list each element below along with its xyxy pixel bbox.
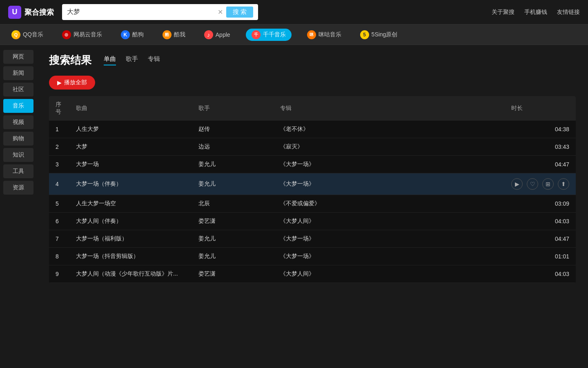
cell-album: 《大梦一场》: [274, 248, 505, 265]
table-row[interactable]: 8 大梦一场（抖音剪辑版） 姜允儿 《大梦一场》 01:01: [49, 248, 576, 265]
table-row[interactable]: 5 人生大梦一场空 北辰 《不爱或偏爱》 03:09: [49, 195, 576, 213]
cell-album: 《大梦人间》: [274, 265, 505, 283]
song-table: 序号 歌曲 歌手 专辑 时长 1 人生大梦 赵传 《老不休》 04:38 2 大…: [49, 96, 576, 283]
nav-about[interactable]: 关于聚搜: [492, 9, 514, 16]
cell-artist: 北辰: [192, 195, 274, 213]
cell-duration: 04:47: [505, 230, 576, 248]
header: U 聚合搜索 ✕ 搜 索 关于聚搜 手机赚钱 友情链接: [0, 0, 588, 25]
cell-artist: 边远: [192, 138, 274, 156]
play-icon[interactable]: ▶: [511, 178, 523, 190]
cell-artist: 姜允儿: [192, 230, 274, 248]
table-row[interactable]: 4 大梦一场（伴奏） 姜允儿 《大梦一场》 ▶ ♡ ⊞ ⬆: [49, 173, 576, 195]
cell-num: 4: [49, 173, 69, 195]
search-title: 搜索结果: [49, 53, 91, 67]
sidebar-item-tools[interactable]: 工具: [3, 164, 33, 178]
source-tab-5sing[interactable]: 5 5Sing原创: [357, 29, 401, 41]
play-all-label: 播放全部: [64, 79, 87, 86]
cell-artist: 姜允儿: [192, 173, 274, 195]
tab-single[interactable]: 单曲: [104, 55, 116, 65]
cell-duration: 03:43: [505, 138, 576, 156]
logo-icon: U: [8, 6, 21, 19]
cell-duration: 04:38: [505, 121, 576, 138]
source-tab-kg[interactable]: K 酷狗: [118, 29, 147, 41]
cell-album: 《不爱或偏爱》: [274, 195, 505, 213]
source-tab-mimi[interactable]: 咪 咪咕音乐: [304, 29, 345, 41]
source-tab-apple[interactable]: ♪ Apple: [201, 29, 234, 41]
cell-name: 大梦人间（伴奏）: [69, 213, 192, 230]
sidebar-item-video[interactable]: 视频: [3, 115, 33, 129]
logo-text: 聚合搜索: [24, 7, 54, 17]
nav-links[interactable]: 友情链接: [557, 9, 580, 16]
cell-num: 5: [49, 195, 69, 213]
cell-album: 《寂灭》: [274, 138, 505, 156]
table-row[interactable]: 7 大梦一场（福利版） 姜允儿 《大梦一场》 04:47: [49, 230, 576, 248]
source-tabs: Q QQ音乐 ◎ 网易云音乐 K 酷狗 酷 酷我 ♪ Apple 千 千千音乐 …: [0, 25, 588, 45]
play-all-button[interactable]: ▶ 播放全部: [49, 76, 95, 90]
table-row[interactable]: 2 大梦 边远 《寂灭》 03:43: [49, 138, 576, 156]
tab-album[interactable]: 专辑: [148, 55, 160, 65]
search-header: 搜索结果 单曲 歌手 专辑: [49, 53, 576, 67]
cell-name: 大梦一场（抖音剪辑版）: [69, 248, 192, 265]
like-icon[interactable]: ♡: [527, 178, 538, 190]
action-icons: ▶ ♡ ⊞ ⬆: [511, 178, 569, 190]
table-row[interactable]: 1 人生大梦 赵传 《老不休》 04:38: [49, 121, 576, 138]
cell-artist: 姜允儿: [192, 248, 274, 265]
logo-area: U 聚合搜索: [8, 6, 54, 19]
5sing-icon: 5: [360, 30, 369, 39]
qian-icon: 千: [252, 30, 261, 39]
kg-icon: K: [121, 30, 130, 39]
sidebar-item-community[interactable]: 社区: [3, 83, 33, 96]
cell-name: 大梦: [69, 138, 192, 156]
source-tab-qq-label: QQ音乐: [23, 31, 43, 38]
cell-name: 大梦一场: [69, 156, 192, 173]
sidebar-item-news[interactable]: 新闻: [3, 66, 33, 80]
table-row[interactable]: 3 大梦一场 姜允儿 《大梦一场》 04:47: [49, 156, 576, 173]
source-tab-qian[interactable]: 千 千千音乐: [246, 29, 292, 41]
nav-mobile[interactable]: 手机赚钱: [524, 9, 547, 16]
cell-duration: ▶ ♡ ⊞ ⬆: [505, 173, 576, 195]
source-tab-qian-label: 千千音乐: [263, 31, 286, 38]
cell-duration: 04:47: [505, 156, 576, 173]
source-tab-qq[interactable]: Q QQ音乐: [8, 29, 47, 41]
cell-duration: 03:09: [505, 195, 576, 213]
cell-album: 《大梦一场》: [274, 230, 505, 248]
cell-duration: 01:01: [505, 248, 576, 265]
cell-artist: 姜允儿: [192, 156, 274, 173]
sidebar-item-resources[interactable]: 资源: [3, 181, 33, 195]
sidebar-item-music[interactable]: 音乐: [3, 99, 33, 113]
search-button[interactable]: 搜 索: [226, 7, 253, 18]
col-num: 序号: [49, 96, 69, 121]
play-all-icon: ▶: [57, 79, 62, 86]
sidebar: 网页 新闻 社区 音乐 视频 购物 知识 工具 资源: [0, 45, 37, 291]
main-layout: 网页 新闻 社区 音乐 视频 购物 知识 工具 资源 搜索结果 单曲 歌手 专辑…: [0, 45, 588, 291]
add-icon[interactable]: ⊞: [542, 178, 554, 190]
sidebar-item-shopping[interactable]: 购物: [3, 132, 33, 146]
tab-artist[interactable]: 歌手: [126, 55, 138, 65]
table-row[interactable]: 9 大梦人间（动漫《少年歌行互动版》片... 娄艺潇 《大梦人间》 04:03: [49, 265, 576, 283]
cell-name: 人生大梦一场空: [69, 195, 192, 213]
source-tab-km[interactable]: 酷 酷我: [159, 29, 189, 41]
cell-num: 9: [49, 265, 69, 283]
source-tab-apple-label: Apple: [216, 31, 230, 38]
source-tab-wy-label: 网易云音乐: [74, 31, 102, 38]
col-artist: 歌手: [192, 96, 274, 121]
col-name: 歌曲: [69, 96, 192, 121]
sidebar-item-web[interactable]: 网页: [3, 50, 33, 64]
cell-name: 人生大梦: [69, 121, 192, 138]
apple-icon: ♪: [204, 30, 213, 39]
table-header-row: 序号 歌曲 歌手 专辑 时长: [49, 96, 576, 121]
cell-name: 大梦一场（福利版）: [69, 230, 192, 248]
share-icon[interactable]: ⬆: [558, 178, 569, 190]
source-tab-wy[interactable]: ◎ 网易云音乐: [59, 29, 105, 41]
sidebar-item-knowledge[interactable]: 知识: [3, 148, 33, 162]
cell-album: 《大梦一场》: [274, 173, 505, 195]
cell-num: 7: [49, 230, 69, 248]
search-clear-icon[interactable]: ✕: [218, 8, 223, 16]
col-duration: 时长: [505, 96, 576, 121]
cell-duration: 04:03: [505, 265, 576, 283]
cell-num: 3: [49, 156, 69, 173]
search-input[interactable]: [67, 9, 214, 16]
mimi-icon: 咪: [307, 30, 316, 39]
header-nav: 关于聚搜 手机赚钱 友情链接: [492, 9, 580, 16]
table-row[interactable]: 6 大梦人间（伴奏） 娄艺潇 《大梦人间》 04:03: [49, 213, 576, 230]
